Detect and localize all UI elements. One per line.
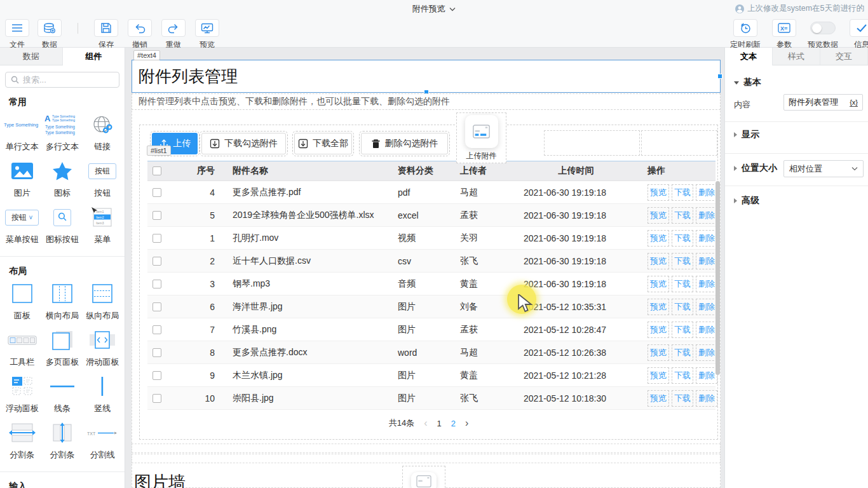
upload-attachment-widget[interactable]: 上传附件 — [456, 112, 506, 163]
palette-item-0-2[interactable]: 链接 — [83, 109, 123, 156]
pagination-page-1[interactable]: 1 — [437, 419, 442, 428]
toolbar-parameters-button[interactable]: X=参数 — [772, 19, 796, 50]
action-link[interactable]: 下载 — [672, 390, 693, 407]
row-checkbox-cell — [147, 302, 170, 311]
resize-handle-right[interactable] — [717, 74, 722, 79]
toolbar-timed-refresh-button[interactable]: 定时刷新 — [730, 19, 761, 50]
section-position[interactable]: 位置大小 — [734, 163, 777, 174]
action-link[interactable]: 删除 — [696, 184, 717, 201]
tab-text[interactable]: 文本 — [725, 48, 773, 65]
palette-item-0-5[interactable]: 按钮按钮 — [83, 156, 123, 202]
action-link[interactable]: 删除 — [696, 322, 717, 338]
toolbar-preview-data-button[interactable]: 预览数据 — [808, 19, 838, 50]
palette-item-0-6[interactable]: 按钮 ˅菜单按钮 — [2, 202, 42, 248]
toolbar-data-button[interactable]: 数据 — [37, 19, 62, 50]
fx-binding-icon[interactable]: {x} — [850, 98, 858, 107]
pagination-prev[interactable]: ‹ — [424, 418, 427, 428]
action-link[interactable]: 删除 — [696, 367, 717, 384]
title-text-element[interactable]: 附件列表管理 — [132, 60, 721, 93]
toolbar-undo-button[interactable]: 撤销 — [128, 19, 152, 50]
action-link[interactable]: 预览 — [648, 322, 669, 338]
component-search-box[interactable] — [5, 72, 119, 88]
toolbar-file-button[interactable]: 文件 — [5, 19, 29, 50]
action-link[interactable]: 删除 — [696, 299, 717, 315]
palette-item-0-4[interactable]: 图标 — [42, 156, 82, 202]
action-link[interactable]: 下载 — [672, 184, 693, 201]
section-basic[interactable]: 基本 — [734, 77, 761, 88]
palette-item-1-7[interactable]: 线条 — [42, 371, 82, 417]
table-scrollbar-thumb[interactable] — [715, 181, 720, 375]
select-all-checkbox[interactable] — [153, 166, 161, 175]
sidebar-tab-components[interactable]: 组件 — [63, 48, 125, 65]
row-checkbox[interactable] — [153, 257, 161, 266]
section-advanced[interactable]: 高级 — [734, 195, 759, 207]
action-link[interactable]: 预览 — [648, 253, 669, 269]
delete-checked-button[interactable]: 删除勾选附件 — [361, 133, 448, 154]
action-link[interactable]: 下载 — [672, 367, 693, 384]
action-link[interactable]: 下载 — [672, 253, 693, 269]
download-checked-button[interactable]: 下载勾选附件 — [201, 133, 286, 154]
content-input[interactable] — [789, 98, 847, 107]
palette-item-1-2[interactable]: 纵向布局 — [83, 278, 123, 325]
position-mode-select[interactable]: 相对位置 — [783, 160, 864, 177]
palette-item-0-8[interactable]: Item1Item2Item3菜单 — [83, 202, 123, 248]
palette-item-0-1[interactable]: AType SomethingType SomethingType Someth… — [42, 109, 82, 156]
section-display[interactable]: 显示 — [734, 129, 759, 140]
palette-item-1-6[interactable]: 浮动面板 — [2, 371, 42, 417]
action-link[interactable]: 预览 — [648, 344, 669, 361]
row-checkbox[interactable] — [153, 280, 161, 288]
toolbar-preview-button[interactable]: 预览 — [195, 19, 219, 50]
row-checkbox[interactable] — [153, 325, 161, 334]
action-link[interactable]: 删除 — [696, 230, 717, 247]
action-link[interactable]: 预览 — [648, 390, 669, 407]
action-link[interactable]: 下载 — [672, 276, 693, 292]
action-link[interactable]: 预览 — [648, 184, 669, 201]
palette-item-1-5[interactable]: 滑动面板 — [83, 325, 123, 371]
action-link[interactable]: 下载 — [672, 344, 693, 361]
palette-item-1-8[interactable]: 竖线 — [83, 371, 123, 417]
action-link[interactable]: 预览 — [648, 207, 669, 224]
action-link[interactable]: 预览 — [648, 230, 669, 247]
palette-item-0-3[interactable]: 图片 — [2, 156, 42, 202]
action-link[interactable]: 预览 — [648, 276, 669, 292]
tab-interaction[interactable]: 交互 — [820, 48, 868, 65]
palette-item-1-10[interactable]: 分割条 — [42, 417, 82, 464]
toolbar-info-button[interactable]: 信息 — [850, 19, 868, 50]
search-input[interactable] — [23, 75, 114, 85]
action-link[interactable]: 预览 — [648, 367, 669, 384]
pagination-next[interactable]: › — [465, 418, 468, 428]
row-checkbox[interactable] — [153, 234, 161, 243]
action-link[interactable]: 删除 — [696, 276, 717, 292]
download-all-button[interactable]: 下载全部 — [294, 133, 352, 154]
palette-item-1-3[interactable]: 工具栏 — [2, 325, 42, 371]
action-link[interactable]: 下载 — [672, 230, 693, 247]
tab-style[interactable]: 样式 — [773, 48, 820, 65]
action-link[interactable]: 删除 — [696, 207, 717, 224]
action-link[interactable]: 下载 — [672, 207, 693, 224]
palette-item-1-11[interactable]: TXT分割线 — [83, 417, 123, 464]
row-checkbox[interactable] — [153, 211, 161, 220]
row-checkbox[interactable] — [153, 394, 161, 403]
row-checkbox[interactable] — [153, 371, 161, 380]
sidebar-tab-data[interactable]: 数据 — [0, 48, 63, 65]
palette-item-1-4[interactable]: 多页面板 — [42, 325, 82, 371]
preview-data-toggle-switch[interactable] — [810, 22, 836, 34]
description-text-element[interactable]: 附件管理列表中点击预览、下载和删除附件，也可以批量下载、删除勾选的附件 — [132, 93, 721, 110]
palette-item-0-7[interactable]: 图标按钮 — [42, 202, 82, 248]
palette-item-1-0[interactable]: 面板 — [2, 278, 42, 325]
palette-item-1-9[interactable]: 分割条 — [2, 417, 42, 464]
row-checkbox[interactable] — [153, 348, 161, 357]
toolbar-redo-button[interactable]: 重做 — [161, 19, 186, 50]
action-link[interactable]: 删除 — [696, 344, 717, 361]
action-link[interactable]: 删除 — [696, 390, 717, 407]
toolbar-save-button[interactable]: 保存 — [94, 19, 118, 50]
palette-item-1-1[interactable]: 横向布局 — [42, 278, 82, 325]
action-link[interactable]: 删除 — [696, 253, 717, 269]
palette-item-0-0[interactable]: Type Something单行文本 — [2, 109, 42, 156]
row-checkbox[interactable] — [153, 302, 161, 311]
action-link[interactable]: 下载 — [672, 322, 693, 338]
pagination-page-2[interactable]: 2 — [451, 419, 456, 428]
action-link[interactable]: 下载 — [672, 299, 693, 315]
row-checkbox[interactable] — [153, 188, 161, 197]
action-link[interactable]: 预览 — [648, 299, 669, 315]
